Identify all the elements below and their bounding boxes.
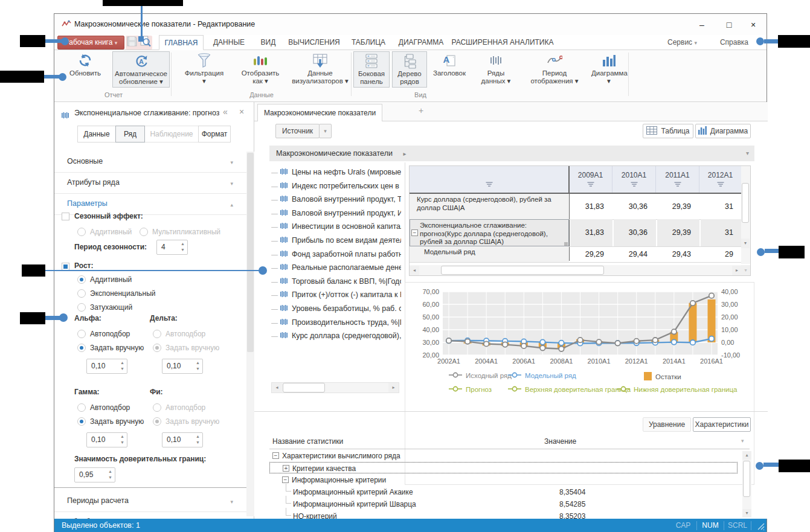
value-cell[interactable]: 30,36 — [614, 194, 656, 219]
series-tree-item[interactable]: —Уровень безработицы, % раб. си — [271, 302, 401, 315]
spinner-arrows-icon[interactable]: ▲▼ — [120, 360, 124, 372]
spinner-arrows-icon[interactable]: ▲▼ — [120, 434, 124, 446]
filter-icon[interactable] — [631, 181, 638, 190]
legend-item[interactable]: Модельный ряд — [508, 372, 576, 379]
ribbon-tab-3[interactable]: ВИД — [254, 35, 282, 50]
param-option[interactable]: Автоподбор — [77, 330, 130, 338]
param-value-spinner[interactable]: 0,10▲▼ — [86, 432, 127, 447]
series-tree-item[interactable]: —Инвестиции в основной капитал — [271, 220, 401, 233]
scrollbar-thumb[interactable] — [743, 461, 750, 497]
ribbon-tab-6[interactable]: ДИАГРАММА — [396, 35, 446, 50]
panel-tab-формат[interactable]: Формат — [198, 126, 231, 143]
tree-hscrollbar[interactable]: ◂▸ — [271, 382, 399, 393]
source-button[interactable]: Источник — [275, 124, 320, 138]
stats-tab-characteristics[interactable]: Характеристики — [693, 417, 751, 432]
breadcrumb[interactable]: Макроэкономические показатели ▸ ▾ — [269, 146, 754, 161]
seasonal-effect-checkbox[interactable] — [62, 213, 69, 220]
param-option[interactable]: Автоподбор — [77, 403, 130, 412]
value-cell[interactable]: 31 — [701, 219, 742, 246]
seasonal-option-1[interactable]: Аддитивный — [77, 228, 132, 236]
document-tab[interactable]: Макроэкономические показатели — [257, 104, 382, 121]
column-header[interactable]: 2012A1 — [699, 166, 742, 193]
row-label-cell[interactable]: Курс доллара (среднегодовой), рублей за … — [410, 194, 569, 219]
value-cell[interactable]: 31,83 — [570, 194, 612, 219]
section-calc-periods[interactable]: Периоды расчета▾ — [54, 491, 246, 512]
scrollbar-thumb[interactable] — [742, 183, 749, 223]
add-tab-button[interactable]: + — [419, 106, 423, 115]
panel-scrollbar[interactable] — [246, 152, 254, 516]
stats-row[interactable]: Информационный критерий Акаике8,35404 — [269, 486, 741, 498]
legend-item[interactable]: Верхняя доверительная граница — [508, 386, 631, 393]
series-tree-item[interactable]: —Торговый баланс к ВВП, %|Годов — [271, 275, 401, 288]
ribbon-button-дерево-рядов[interactable]: Дереворядов — [392, 51, 427, 88]
row-label-cell[interactable]: Модельный ряд — [410, 246, 569, 262]
table-hscrollbar[interactable]: ◂▸ — [410, 265, 742, 276]
value-cell[interactable]: 31 — [701, 194, 742, 219]
series-tree-item[interactable]: —Валовой внутренний продукт, Те — [271, 193, 401, 206]
ribbon-tab-4[interactable]: ВЫЧИСЛЕНИЯ — [287, 35, 341, 50]
stats-row[interactable]: −Характеристики вычислимого ряда — [269, 450, 741, 462]
filter-icon[interactable] — [674, 181, 681, 190]
value-cell[interactable]: 29,39 — [657, 194, 699, 219]
stats-row[interactable]: Информационный критерий Шварца8,54285 — [269, 498, 741, 510]
spinner-arrows-icon[interactable]: ▲▼ — [181, 241, 185, 253]
value-cell[interactable]: 30,36 — [614, 219, 656, 246]
legend-item[interactable]: Остатки — [644, 372, 681, 382]
value-cell[interactable]: 29,39 — [657, 219, 699, 246]
stats-filter-icon[interactable]: ▾ — [741, 438, 744, 444]
stats-row[interactable]: HQ-критерий8,35203 — [269, 510, 741, 519]
value-cell[interactable]: 29,44 — [614, 246, 656, 262]
legend-item[interactable]: Нижняя доверительная граница — [617, 386, 738, 393]
resize-grip[interactable] — [756, 522, 765, 532]
scroll-right-button[interactable]: ▸ — [732, 266, 742, 275]
ribbon-button-заголовок[interactable]: AЗаголовок — [429, 51, 469, 88]
ribbon-button-фильтрация[interactable]: Фильтрация▾ — [178, 51, 230, 88]
series-tree-item[interactable]: —Курс доллара (среднегодовой), ру — [271, 329, 401, 342]
ribbon-button-боковая-панель[interactable]: Боковаяпанель — [353, 51, 390, 88]
drag-handle[interactable] — [564, 242, 568, 246]
param-option[interactable]: Задать вручную — [77, 417, 144, 426]
column-header[interactable]: 2009A1 — [569, 166, 612, 193]
series-tree-item[interactable]: —Прибыль по всем видам деятель — [271, 234, 401, 247]
ribbon-button-данные-визуализаторов[interactable]: Данныевизуализаторов ▾ — [292, 51, 349, 88]
series-tree-item[interactable]: —Реальные располагаемые денежн — [271, 261, 401, 274]
chevron-down-icon[interactable]: ▾ — [746, 146, 749, 161]
value-cell[interactable]: 29 — [701, 246, 742, 262]
row-label-cell[interactable]: Экспоненциальное сглаживание: прогноз(Ку… — [410, 219, 569, 246]
value-cell[interactable]: 31,83 — [570, 219, 612, 246]
param-option[interactable]: Задать вручную — [77, 344, 144, 352]
ribbon-tab-5[interactable]: ТАБЛИЦА — [346, 35, 391, 50]
close-panel-icon[interactable]: × — [239, 107, 244, 117]
ribbon-button-отобразить-как[interactable]: Отобразитькак ▾ — [231, 51, 289, 88]
service-menu[interactable]: Сервис ▾ — [667, 35, 697, 50]
ribbon-button-обновить[interactable]: Обновить — [59, 51, 111, 88]
collapse-panel-icon[interactable]: « — [223, 107, 228, 117]
scroll-down-button[interactable]: ▾ — [742, 509, 751, 518]
section-series-attributes[interactable]: Атрибуты ряда▾ — [54, 173, 246, 194]
column-header[interactable]: 2011A1 — [656, 166, 699, 193]
section-basic[interactable]: Основные▾ — [54, 152, 246, 173]
scrollbar-thumb[interactable] — [247, 153, 254, 352]
scroll-right-button[interactable]: ▸ — [388, 383, 399, 393]
minimize-button[interactable]: – — [693, 19, 711, 31]
param-value-spinner[interactable]: 0,10▲▼ — [86, 359, 127, 374]
series-tree-item[interactable]: —Цены на нефть Urals (мировые), д — [271, 165, 401, 179]
ribbon-button-ряды-данных[interactable]: Рядыданных ▾ — [473, 51, 519, 88]
filter-icon[interactable] — [486, 181, 493, 190]
growth-option-2[interactable]: Экспоненциальный — [77, 289, 156, 298]
filter-icon[interactable] — [717, 181, 724, 190]
collapse-node-icon[interactable]: − — [272, 452, 279, 459]
ribbon-tab-7[interactable]: РАСШИРЕННАЯ АНАЛИТИКА — [451, 35, 554, 50]
value-cell[interactable]: 29,43 — [657, 246, 699, 262]
ribbon-tab-1[interactable]: ГЛАВНАЯ — [159, 35, 204, 50]
value-cell[interactable]: 29,29 — [570, 246, 612, 262]
ribbon-tab-2[interactable]: ДАННЫЕ — [208, 35, 249, 50]
legend-item[interactable]: Исходный ряд — [449, 372, 512, 379]
significance-spinner[interactable]: 0,95▲▼ — [74, 467, 115, 482]
column-header[interactable]: 2010A1 — [612, 166, 656, 193]
ribbon-button-период-отображения[interactable]: Периодотображения ▾ — [521, 51, 588, 88]
scroll-down-button[interactable]: ▾ — [741, 239, 750, 248]
series-tree-item[interactable]: —Производительность труда, %|Го — [271, 316, 401, 329]
series-tree-item[interactable]: —Индекс потребительских цен в с — [271, 179, 401, 193]
spinner-arrows-icon[interactable]: ▲▼ — [108, 469, 112, 481]
